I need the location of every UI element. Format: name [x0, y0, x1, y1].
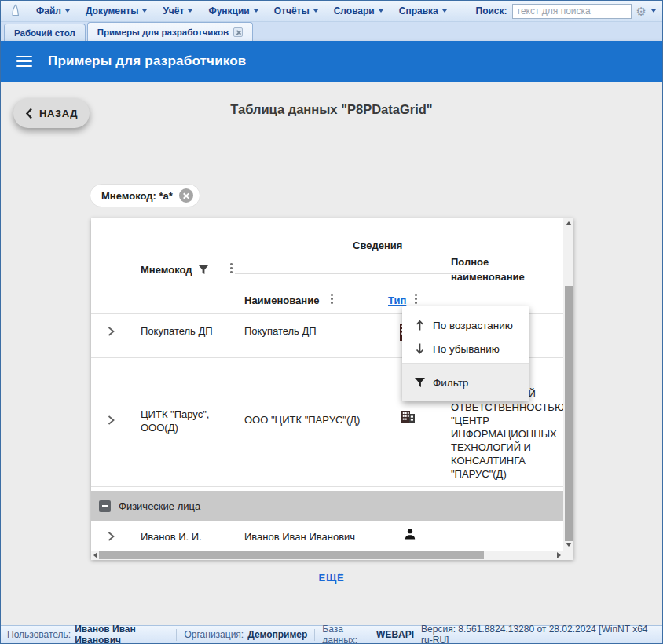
cell-name: Покупатель ДП	[244, 325, 317, 337]
chevron-down-icon	[254, 9, 258, 13]
cell-mnemo: ЦИТК "Парус", ООО(Д)	[141, 408, 221, 434]
arrow-down-icon	[414, 342, 426, 355]
filter-chip-label: Мнемокод: *а*	[101, 190, 173, 202]
hamburger-menu-icon[interactable]	[16, 56, 32, 68]
menu-help[interactable]: Справка	[392, 3, 454, 19]
vertical-scrollbar-thumb[interactable]	[565, 286, 573, 541]
section-header-label: Физические лица	[119, 500, 200, 512]
menu-item-sort-ascending[interactable]: По возрастанию	[402, 314, 529, 336]
menu-dictionaries[interactable]: Словари	[327, 3, 390, 19]
search-input[interactable]	[512, 4, 632, 19]
cell-name: ООО "ЦИТК "ПАРУС"(Д)	[244, 414, 360, 426]
column-header-type[interactable]: Тип	[388, 295, 406, 306]
cell-mnemo: Иванов И. И.	[141, 531, 202, 543]
chevron-down-icon	[313, 9, 318, 13]
scroll-up-icon[interactable]	[566, 221, 572, 225]
workspace-tabbar: Рабочий стол Примеры для разработчиков	[1, 22, 662, 41]
chevron-down-icon	[188, 9, 192, 13]
menu-item-filter[interactable]: Фильтр	[402, 364, 529, 401]
menu-documents[interactable]: Документы	[79, 3, 154, 19]
group-underline	[235, 273, 471, 274]
menu-accounting-label: Учёт	[163, 5, 184, 16]
status-user-label: Пользователь:	[7, 629, 71, 640]
menu-help-label: Справка	[399, 5, 438, 16]
row-expand-icon[interactable]	[107, 326, 115, 337]
row-expand-icon[interactable]	[107, 415, 115, 426]
column-group-header: Сведения	[353, 240, 402, 251]
organization-building-icon	[401, 410, 416, 423]
chevron-down-icon[interactable]	[651, 9, 656, 13]
filter-chip[interactable]: Мнемокод: *а*	[90, 184, 200, 207]
status-version: Версия: 8.561.8824.13280 от 28.02.2024 […	[421, 624, 656, 644]
status-user: Пользователь: Иванов Иван Иванович	[7, 629, 177, 641]
arrow-up-icon	[414, 319, 426, 331]
chevron-down-icon	[442, 9, 447, 13]
cell-mnemo: Покупатель ДП	[141, 325, 213, 337]
horizontal-scrollbar-thumb[interactable]	[99, 551, 484, 559]
status-organization: Организация: Демопример	[177, 629, 315, 641]
column-header-fullname[interactable]: Полное наименование	[451, 254, 555, 284]
app-header-title: Примеры для разработчиков	[48, 53, 247, 69]
menu-reports[interactable]: Отчёты	[267, 3, 325, 19]
filter-active-icon	[198, 265, 209, 275]
status-database: База данных: WEBAPI	[315, 629, 421, 641]
menu-item-sort-descending[interactable]: По убыванию	[402, 338, 529, 360]
row-expand-icon[interactable]	[107, 531, 115, 542]
column-sort-menu: По возрастанию По убыванию Фильтр	[402, 306, 529, 401]
scroll-down-icon[interactable]	[566, 543, 572, 547]
menu-accounting[interactable]: Учёт	[156, 3, 200, 19]
tab-developer-examples-label: Примеры для разработчиков	[97, 27, 229, 37]
column-header-name[interactable]: Наименование	[244, 295, 319, 306]
main-menubar: Файл Документы Учёт Функции Отчёты Слова…	[1, 1, 662, 22]
menu-item-label: По возрастанию	[433, 320, 513, 331]
gear-icon[interactable]: ⚙	[636, 5, 647, 17]
status-user-value: Иванов Иван Иванович	[75, 624, 169, 644]
app-header: Примеры для разработчиков	[1, 41, 662, 82]
horizontal-scrollbar[interactable]	[91, 551, 563, 560]
search-area: Поиск: ⚙	[476, 4, 656, 19]
status-database-label: База данных:	[322, 624, 372, 644]
parus-sail-logo-icon	[7, 3, 23, 19]
chip-close-icon[interactable]	[179, 188, 193, 203]
chevron-down-icon	[379, 9, 383, 13]
tab-desktop[interactable]: Рабочий стол	[4, 24, 86, 41]
scrollbar-corner	[563, 551, 573, 560]
tab-close-icon[interactable]	[233, 27, 243, 37]
menu-dictionaries-label: Словари	[334, 5, 375, 16]
section-header-individuals: Физические лица	[91, 491, 563, 521]
status-organization-value: Демопример	[247, 629, 307, 640]
load-more-button[interactable]: ЕЩЁ	[1, 572, 662, 584]
chevron-down-icon	[142, 9, 147, 13]
scroll-right-icon[interactable]	[557, 552, 561, 558]
menu-file[interactable]: Файл	[29, 3, 77, 19]
tab-desktop-label: Рабочий стол	[14, 28, 75, 38]
menu-functions[interactable]: Функции	[201, 3, 265, 19]
vertical-scrollbar[interactable]	[563, 218, 573, 551]
page-title: Таблица данных "P8PDataGrid"	[1, 102, 662, 117]
chevron-down-icon	[65, 9, 70, 13]
status-organization-label: Организация:	[184, 629, 244, 640]
page-content: НАЗАД Таблица данных "P8PDataGrid" Мнемо…	[1, 82, 662, 625]
person-icon	[404, 528, 416, 540]
filter-icon	[414, 377, 426, 388]
menu-documents-label: Документы	[86, 5, 138, 16]
menu-functions-label: Функции	[208, 5, 249, 16]
table-row[interactable]: Иванов И. И. Иванов Иван Иванович	[91, 525, 563, 551]
cell-name: Иванов Иван Иванович	[244, 531, 355, 543]
menu-file-label: Файл	[36, 5, 61, 16]
collapse-section-button[interactable]	[99, 500, 111, 512]
menu-reports-label: Отчёты	[274, 5, 310, 16]
column-header-mnemo[interactable]: Мнемокод	[141, 264, 192, 276]
menu-item-label: Фильтр	[433, 377, 468, 389]
status-database-value: WEBAPI	[376, 629, 414, 640]
tab-developer-examples[interactable]: Примеры для разработчиков	[87, 22, 253, 41]
search-label: Поиск:	[476, 5, 507, 16]
scroll-left-icon[interactable]	[93, 552, 97, 558]
menu-item-label: По убыванию	[433, 343, 500, 355]
status-bar: Пользователь: Иванов Иван Иванович Орган…	[1, 625, 662, 643]
